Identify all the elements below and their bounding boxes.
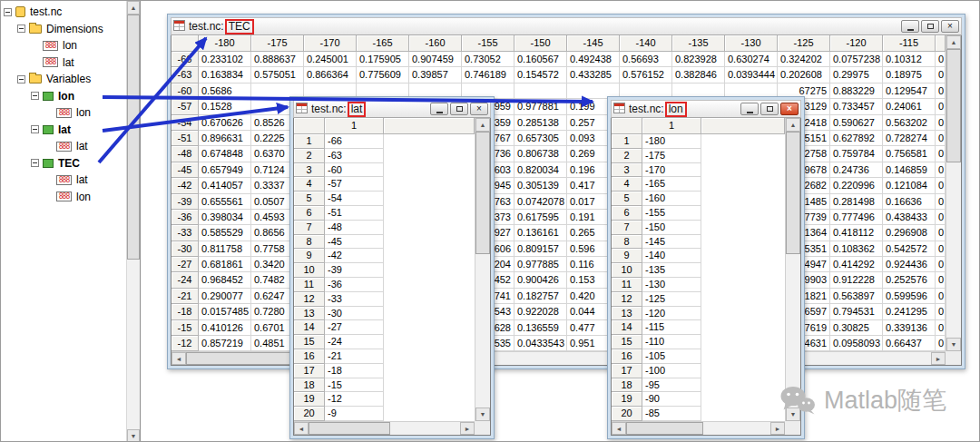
table-cell[interactable]: -130 [642, 278, 701, 292]
tree-item-lat[interactable]: 888lat [1, 138, 126, 155]
tree-item-lon[interactable]: lon [1, 88, 126, 105]
table-cell[interactable]: 0.888637 [251, 52, 304, 67]
table-cell[interactable]: -51 [325, 206, 384, 221]
row-number[interactable]: 15 [612, 335, 642, 349]
table-cell[interactable]: 0.492438 [567, 52, 620, 67]
row-number[interactable]: 17 [612, 364, 642, 378]
row-header[interactable]: -39 [172, 194, 199, 210]
row-number[interactable]: 20 [294, 407, 325, 421]
table-cell[interactable]: 0.756581 [883, 146, 936, 162]
table-cell[interactable]: -90 [642, 392, 701, 407]
tree-item-lon[interactable]: 888lon [1, 189, 126, 206]
table-cell[interactable]: 0.66437 [883, 336, 936, 351]
row-number[interactable]: 10 [294, 263, 325, 278]
table-cell[interactable]: 0.438433 [883, 210, 936, 225]
table-cell[interactable]: -150 [642, 221, 701, 235]
table-cell[interactable]: 0 [936, 289, 946, 304]
scrollbar-track[interactable] [626, 422, 770, 435]
row-number[interactable]: 16 [612, 349, 642, 364]
column-header[interactable]: -160 [409, 35, 462, 52]
row-number[interactable]: 5 [612, 192, 642, 206]
table-cell[interactable]: 0.285138 [514, 115, 567, 131]
scrollbar-thumb[interactable] [786, 132, 800, 254]
table-cell[interactable]: -140 [642, 249, 701, 263]
table-cell[interactable]: 0.811758 [199, 241, 251, 257]
row-header[interactable]: -33 [172, 225, 199, 241]
vertical-scrollbar[interactable]: ▲ ▼ [475, 118, 490, 421]
maximize-button[interactable] [450, 103, 468, 115]
row-number[interactable]: 18 [294, 378, 325, 393]
scroll-left-button[interactable]: ◄ [294, 422, 309, 435]
table-cell[interactable]: 0.339136 [883, 320, 936, 336]
table-cell[interactable]: 0.0433543 [514, 336, 567, 351]
table-cell[interactable]: 0.29975 [830, 67, 883, 83]
row-number[interactable]: 14 [294, 320, 325, 335]
table-cell[interactable]: 0.108362 [830, 241, 883, 257]
table-cell[interactable]: 0 [936, 99, 946, 114]
table-cell[interactable]: -15 [325, 378, 384, 393]
table-cell[interactable]: 0.977885 [514, 257, 567, 272]
table-cell[interactable]: 0.281498 [830, 194, 883, 210]
table-cell[interactable]: 0.136161 [514, 225, 567, 241]
close-button[interactable]: × [941, 20, 959, 33]
table-cell[interactable]: 0.674848 [199, 146, 251, 162]
table-cell[interactable]: 0 [936, 146, 946, 162]
row-number[interactable]: 14 [612, 320, 642, 335]
table-cell[interactable]: 0.73052 [462, 52, 514, 67]
row-header[interactable]: -15 [172, 320, 199, 336]
table-cell[interactable]: 0.290077 [199, 289, 251, 304]
table-cell[interactable]: 0.733457 [830, 99, 883, 114]
table-cell[interactable]: 0.617595 [514, 210, 567, 225]
table-cell[interactable]: 0.18975 [883, 67, 936, 83]
table-cell[interactable]: 0 [936, 131, 946, 146]
row-header[interactable]: -36 [172, 210, 199, 225]
table-cell[interactable]: 0.794531 [830, 304, 883, 319]
table-cell[interactable]: 0.146859 [883, 162, 936, 178]
row-number[interactable]: 11 [294, 278, 325, 292]
table-cell[interactable]: -105 [642, 349, 701, 364]
table-cell[interactable]: 0.136559 [514, 320, 567, 336]
table-cell[interactable]: -125 [642, 292, 701, 307]
expander-icon[interactable] [31, 125, 39, 133]
table-cell[interactable]: 0.382846 [672, 67, 725, 83]
scroll-up-button[interactable]: ▲ [475, 118, 490, 132]
table-cell[interactable]: 0.809157 [514, 241, 567, 257]
table-cell[interactable]: 0.245001 [304, 52, 357, 67]
row-header[interactable]: -63 [172, 67, 199, 83]
table-cell[interactable]: -135 [642, 263, 701, 278]
row-number[interactable]: 12 [612, 292, 642, 307]
table-cell[interactable]: 0 [936, 272, 946, 288]
table-cell[interactable]: -33 [325, 292, 384, 307]
tree-scrollbar[interactable]: ▲ ▼ [126, 1, 140, 442]
column-header[interactable]: -135 [672, 35, 725, 52]
table-cell[interactable]: 0.681861 [199, 257, 251, 272]
table-cell[interactable]: 0.896631 [199, 131, 251, 146]
row-number[interactable]: 6 [612, 206, 642, 221]
column-header[interactable]: -180 [199, 35, 251, 52]
scrollbar-track[interactable] [475, 132, 490, 408]
table-cell[interactable]: -63 [325, 149, 384, 163]
column-header[interactable]: -165 [357, 35, 409, 52]
table-cell[interactable]: 0.657949 [199, 162, 251, 178]
row-header[interactable]: -54 [172, 115, 199, 131]
scroll-down-button[interactable]: ▼ [946, 338, 961, 351]
tree-item-tec[interactable]: TEC [1, 155, 126, 172]
table-cell[interactable]: 0.202608 [778, 67, 830, 83]
table-cell[interactable]: -85 [642, 407, 701, 421]
horizontal-scrollbar[interactable]: ◄ ► [172, 351, 946, 365]
table-cell[interactable]: -36 [325, 278, 384, 292]
row-number[interactable]: 17 [294, 364, 325, 378]
row-number[interactable]: 12 [294, 292, 325, 307]
table-cell[interactable]: -39 [325, 263, 384, 278]
expander-icon[interactable] [4, 8, 12, 16]
minimize-button[interactable] [740, 103, 759, 115]
table-cell[interactable]: -30 [325, 307, 384, 321]
column-header[interactable]: -145 [567, 35, 620, 52]
table-cell[interactable]: 0.0757238 [830, 52, 883, 67]
table-cell[interactable]: 0.746189 [462, 67, 514, 83]
table-cell[interactable]: -48 [325, 221, 384, 235]
close-button[interactable]: × [470, 103, 488, 115]
table-cell[interactable]: 0.777496 [830, 210, 883, 225]
table-cell[interactable]: -18 [325, 364, 384, 378]
row-number[interactable]: 2 [294, 149, 325, 163]
